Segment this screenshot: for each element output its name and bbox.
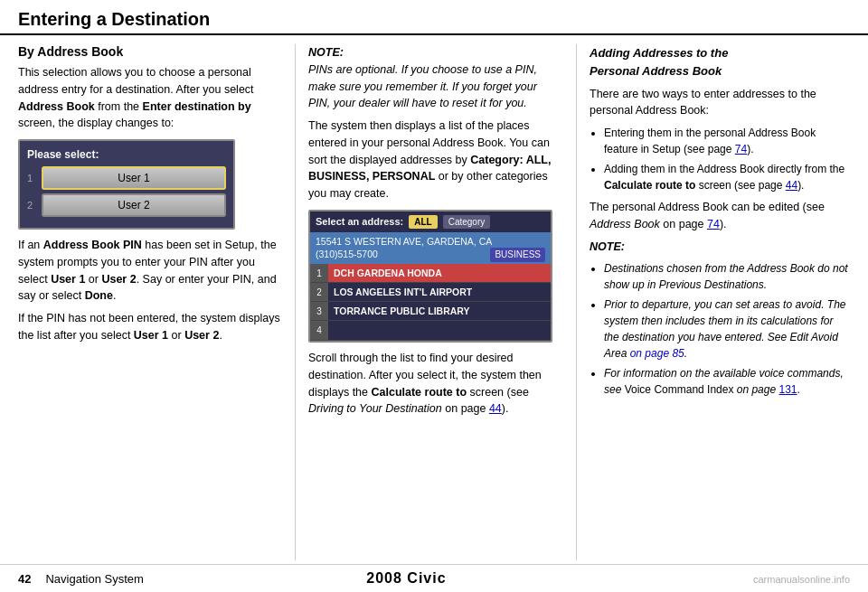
right-note-label-text: NOTE:: [590, 240, 625, 253]
left-column: By Address Book This selection allows yo…: [18, 44, 280, 560]
middle-p1-bold1: Category: ALL,: [470, 154, 551, 166]
footer-nav-label: Navigation System: [45, 572, 143, 586]
left-para1-bold2: Enter destination by: [143, 100, 251, 113]
by-address-book-title: By Address Book: [18, 44, 280, 59]
left-p2-bold3: User 2: [101, 273, 136, 286]
middle-para1: The system then displays a list of the p…: [308, 117, 561, 202]
addr-row3-text: TORRANCE PUBLIC LIBRARY: [328, 302, 476, 320]
addr-btn-all[interactable]: ALL: [409, 215, 437, 229]
right-b1-t1: Entering them in the personal Address Bo…: [604, 127, 816, 155]
middle-p2-end: ).: [502, 402, 509, 415]
page-footer: 42 Navigation System 2008 Civic carmanua…: [0, 564, 868, 592]
middle-para2: Scroll through the list to find your des…: [308, 350, 561, 418]
addr-row-2[interactable]: 2 LOS ANGELES INT'L AIRPORT: [310, 283, 551, 302]
right-note-bullets: Destinations chosen from the Address Boo…: [604, 260, 850, 398]
screen-address-book: Select an address: ALL Category 15541 S …: [308, 210, 552, 343]
left-p2-bold2: User 1: [51, 273, 85, 286]
addr-top-phone: (310)515-5700: [316, 249, 378, 259]
middle-note-text: PINs are optional. If you choose to use …: [308, 63, 537, 110]
right-note-b3: For information on the available voice c…: [604, 365, 850, 398]
right-para1: There are two ways to enter addresses to…: [590, 86, 850, 120]
right-nb2-link[interactable]: on page 85: [630, 347, 684, 360]
left-p3-t2: or: [168, 329, 184, 342]
content-area: By Address Book This selection allows yo…: [0, 35, 868, 560]
right-p2-end: ).: [720, 218, 727, 230]
right-nb3-normal: Voice Command Index: [625, 383, 737, 396]
right-b2-page[interactable]: 44: [786, 179, 797, 192]
middle-column: NOTE: PINs are optional. If you choose t…: [295, 44, 561, 560]
right-b2-t1: Adding them in the Address Book directly…: [604, 163, 844, 175]
addr-row-1[interactable]: 1 DCH GARDENA HONDA: [310, 264, 551, 283]
right-nb2-end: .: [684, 347, 687, 360]
right-note-label: NOTE:: [590, 239, 850, 256]
middle-note-label: NOTE:: [308, 46, 344, 59]
left-p2-t5: .: [113, 289, 116, 302]
right-para2: The personal Address Book can be edited …: [590, 199, 850, 233]
footer-page-number: 42: [18, 572, 31, 586]
left-para1-bold1: Address Book: [18, 100, 95, 113]
right-p1-text: There are two ways to enter addresses to…: [590, 88, 816, 117]
addr-row1-text: DCH GARDENA HONDA: [328, 264, 448, 282]
right-section-title: Adding Addresses to the Personal Address…: [590, 44, 850, 80]
right-b2-t2: screen (see page: [695, 179, 785, 192]
page-wrapper: Entering a Destination By Address Book T…: [0, 0, 868, 592]
right-b1-t2: ).: [747, 143, 753, 155]
right-bullet-1: Entering them in the personal Address Bo…: [604, 125, 850, 157]
page-header: Entering a Destination: [0, 0, 868, 35]
right-title-line2: Personal Address Book: [590, 64, 722, 78]
middle-p2-page[interactable]: 44: [489, 402, 502, 415]
addr-row4-text: [328, 327, 339, 334]
addr-row-4[interactable]: 4: [310, 321, 551, 341]
left-para1-text1: This selection allows you to choose a pe…: [18, 66, 254, 96]
screen1-row2-num: 2: [27, 200, 42, 211]
middle-p2-bold: Calculate route to: [371, 386, 467, 399]
addr-top-address: 15541 S WESTERN AVE, GARDENA, CA: [316, 236, 492, 247]
left-p2-t3: or: [85, 273, 101, 286]
left-p2-bold4: Done: [85, 289, 113, 302]
screen1-title: Please select:: [27, 148, 226, 161]
middle-p2-t2: screen (see: [467, 386, 529, 399]
right-note-b2: Prior to departure, you can set areas to…: [604, 296, 850, 362]
addr-top-entry: 15541 S WESTERN AVE, GARDENA, CA (310)51…: [310, 232, 551, 264]
left-para3: If the PIN has not been entered, the sys…: [18, 310, 280, 344]
footer-watermark: carmanualsonline.info: [753, 574, 850, 585]
screen1-row1: 1 User 1: [27, 166, 226, 190]
right-bullet-2: Adding them in the Address Book directly…: [604, 161, 850, 193]
right-note-b1: Destinations chosen from the Address Boo…: [604, 260, 850, 293]
left-p3-t3: .: [219, 329, 222, 342]
footer-right: carmanualsonline.info: [669, 572, 850, 586]
middle-p2-italic: Driving to Your Destination: [308, 402, 442, 415]
addr-row-3[interactable]: 3 TORRANCE PUBLIC LIBRARY: [310, 302, 551, 321]
addr-btn-category[interactable]: Category: [443, 215, 491, 229]
right-nb3-end: .: [797, 383, 800, 396]
screen1-user1-btn[interactable]: User 1: [42, 166, 226, 190]
screen1-row2: 2 User 2: [27, 193, 226, 217]
addr-top-tag: BUSINESS: [490, 248, 545, 262]
left-p3-bold2: User 2: [184, 329, 219, 342]
left-p2-t1: If an: [18, 239, 43, 251]
addr-header-label: Select an address:: [316, 216, 403, 227]
middle-p2-t3: on page: [442, 402, 489, 415]
right-column: Adding Addresses to the Personal Address…: [576, 44, 850, 560]
addr-row2-text: LOS ANGELES INT'L AIRPORT: [328, 283, 477, 301]
screen1-user2-btn[interactable]: User 2: [42, 193, 226, 217]
page-title: Entering a Destination: [18, 9, 850, 30]
addr-screen-header: Select an address: ALL Category: [310, 211, 551, 232]
addr-row3-num: 3: [310, 302, 328, 320]
footer-center-text: 2008 Civic: [144, 570, 669, 587]
right-nb1-text: Destinations chosen from the Address Boo…: [604, 262, 848, 291]
right-nb3-italic: on page: [737, 383, 779, 396]
right-b2-bold: Calculate route to: [604, 179, 695, 192]
left-para2: If an Address Book PIN has been set in S…: [18, 237, 280, 305]
right-p2-page[interactable]: 74: [707, 218, 720, 230]
middle-p1-bold2: BUSINESS, PERSONAL: [308, 170, 435, 183]
left-para1-text3: screen, the display changes to:: [18, 117, 174, 129]
right-p2-t2: on page: [660, 218, 707, 230]
addr-row2-num: 2: [310, 283, 328, 301]
right-p2-italic: Address Book: [590, 218, 660, 230]
right-b1-page[interactable]: 74: [735, 143, 747, 155]
left-p2-bold1: Address Book PIN: [43, 239, 142, 251]
right-nb3-page[interactable]: 131: [778, 383, 797, 396]
addr-row1-num: 1: [310, 264, 328, 282]
right-title-line1: Adding Addresses to the: [590, 46, 728, 60]
